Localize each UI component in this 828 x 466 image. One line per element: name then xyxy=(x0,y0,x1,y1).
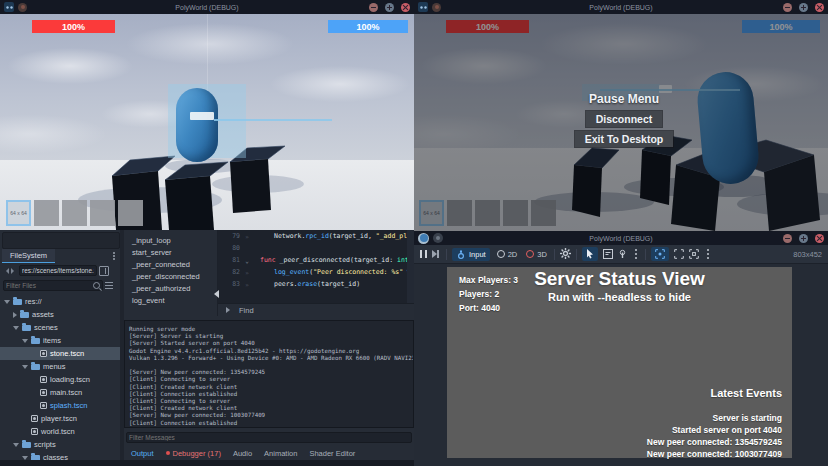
error-dot-icon xyxy=(166,451,170,455)
tree-item[interactable]: classes xyxy=(0,451,120,460)
close-button[interactable] xyxy=(401,3,410,12)
dock-menu-icon[interactable] xyxy=(113,255,115,257)
filter-files-input[interactable] xyxy=(3,280,103,291)
window-menu-icon[interactable] xyxy=(432,3,441,12)
titlebar[interactable]: PolyWorld (DEBUG) xyxy=(414,0,828,14)
function-list-item[interactable]: _peer_authorized xyxy=(124,282,217,294)
tree-item[interactable]: player.tscn xyxy=(0,412,120,425)
script-functions-panel: _input_loopstart_server_peer_connected_p… xyxy=(124,230,218,316)
next-frame-icon[interactable] xyxy=(432,250,441,258)
output-line: [Server] New peer connected: 1003077409 xyxy=(129,412,409,419)
tree-item[interactable]: items xyxy=(0,334,120,347)
chevron-down-icon[interactable] xyxy=(13,326,19,330)
pause-game-icon[interactable] xyxy=(420,250,427,258)
bottom-tab-audio[interactable]: Audio xyxy=(233,449,252,458)
select-list-icon[interactable] xyxy=(603,245,613,263)
function-list-item[interactable]: start_server xyxy=(124,246,217,258)
bottom-tab-shader-editor[interactable]: Shader Editor xyxy=(309,449,355,458)
chevron-down-icon[interactable] xyxy=(22,456,28,460)
tree-item[interactable]: main.tscn xyxy=(0,386,120,399)
2d-mode-button[interactable]: 2D xyxy=(495,248,520,261)
embed-game-button[interactable] xyxy=(651,247,669,261)
minimize-button[interactable] xyxy=(369,3,378,12)
window-menu-icon[interactable] xyxy=(18,3,27,12)
filesystem-filter xyxy=(0,279,120,292)
minimize-button[interactable] xyxy=(783,234,792,243)
function-list-item[interactable]: _input_loop xyxy=(124,234,217,246)
minimize-button[interactable] xyxy=(783,3,792,12)
code-minimap[interactable] xyxy=(407,230,414,303)
output-line: [Client] Created network client xyxy=(129,384,409,391)
maximize-button[interactable] xyxy=(799,3,808,12)
expand-find-icon[interactable] xyxy=(226,307,233,313)
fullscreen-icon[interactable] xyxy=(689,245,699,263)
current-path-field[interactable] xyxy=(19,265,97,276)
window-menu-icon[interactable] xyxy=(433,233,443,243)
settings-gear-icon[interactable] xyxy=(560,245,571,263)
indent-marker-icon xyxy=(240,269,254,276)
pause-menu-button-disconnect[interactable]: Disconnect xyxy=(586,111,663,127)
fold-arrow-icon[interactable] xyxy=(240,257,254,264)
chevron-down-icon[interactable] xyxy=(13,443,19,447)
chevron-down-icon[interactable] xyxy=(22,339,28,343)
output-line: Godot Engine v4.4.rc1.official.8ed125b42… xyxy=(129,348,409,355)
hotbar-slot[interactable] xyxy=(118,200,143,226)
collapse-panel-icon[interactable] xyxy=(210,290,219,298)
chevron-right-icon[interactable] xyxy=(13,312,17,318)
touch-emulation-icon[interactable] xyxy=(618,245,627,263)
close-button[interactable] xyxy=(815,3,824,12)
more-options-icon[interactable] xyxy=(707,253,709,255)
split-view-icon[interactable] xyxy=(99,266,109,276)
tree-item[interactable]: splash.tscn xyxy=(0,399,120,412)
function-list-item[interactable]: _peer_disconnected xyxy=(124,270,217,282)
history-forward-icon[interactable] xyxy=(11,268,17,274)
code-line: 83peers.erase(target_id) xyxy=(218,278,414,290)
maximize-button[interactable] xyxy=(799,234,808,243)
code-editor[interactable]: 79Network.rpc_id(target_id, "_add_pla808… xyxy=(218,230,414,303)
output-log[interactable]: Running server mode[Server] Server is st… xyxy=(124,320,414,428)
tree-item[interactable]: scripts xyxy=(0,438,120,451)
bottom-tab-debugger-17-[interactable]: Debugger (17) xyxy=(166,449,221,458)
code-token: Network. xyxy=(274,232,305,240)
close-button[interactable] xyxy=(815,234,824,243)
server-status-subtitle: Run with --headless to hide xyxy=(447,291,792,303)
hotbar-slot[interactable] xyxy=(90,200,115,226)
find-bar[interactable]: Find xyxy=(218,303,414,316)
tab-filesystem[interactable]: FileSystem xyxy=(2,249,55,263)
tree-item[interactable]: loading.tscn xyxy=(0,373,120,386)
tree-item[interactable]: stone.tscn xyxy=(0,347,120,360)
window-title: PolyWorld (DEBUG) xyxy=(414,235,828,242)
function-list-item[interactable]: _peer_connected xyxy=(124,258,217,270)
server-game-viewport[interactable]: Max Players: 3 Players: 2 Port: 4040 Ser… xyxy=(447,267,792,458)
tree-item[interactable]: assets xyxy=(0,308,120,321)
3d-mode-button[interactable]: 3D xyxy=(524,248,549,261)
bottom-tab-output[interactable]: Output xyxy=(131,449,154,458)
hotbar-slot[interactable]: 64 x 64 xyxy=(6,200,31,226)
no-icon xyxy=(31,353,37,354)
input-mode-button[interactable]: Input xyxy=(452,248,490,261)
hotbar-slot[interactable] xyxy=(62,200,87,226)
hotbar-slot[interactable] xyxy=(34,200,59,226)
tree-item[interactable]: scenes xyxy=(0,321,120,334)
output-line: Running server mode xyxy=(129,326,409,333)
select-mode-button[interactable] xyxy=(582,247,598,261)
chevron-down-icon[interactable] xyxy=(4,300,10,304)
filesystem-tab-row: FileSystem xyxy=(0,249,120,263)
titlebar[interactable]: PolyWorld (DEBUG) xyxy=(414,231,828,245)
more-options-icon[interactable] xyxy=(635,253,637,255)
scene-icon xyxy=(40,389,47,396)
maximize-button[interactable] xyxy=(385,3,394,12)
filter-messages-input[interactable] xyxy=(126,432,412,443)
function-list-item[interactable]: log_event xyxy=(124,294,217,306)
tree-item[interactable]: menus xyxy=(0,360,120,373)
expand-window-icon[interactable] xyxy=(674,245,684,263)
chevron-down-icon[interactable] xyxy=(22,365,28,369)
history-back-icon[interactable] xyxy=(3,268,9,274)
tree-item[interactable]: res:// xyxy=(0,295,120,308)
titlebar[interactable]: PolyWorld (DEBUG) xyxy=(0,0,414,14)
game-viewport[interactable]: 100% 100% 64 x 64 xyxy=(0,14,414,230)
sort-icon[interactable] xyxy=(105,285,113,286)
tree-item[interactable]: world.tscn xyxy=(0,425,120,438)
pause-menu-button-exit-to-desktop[interactable]: Exit To Desktop xyxy=(575,131,674,147)
bottom-tab-animation[interactable]: Animation xyxy=(264,449,297,458)
